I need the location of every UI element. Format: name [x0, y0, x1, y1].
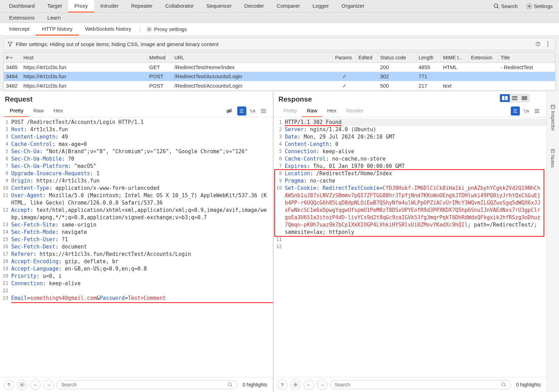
col-params[interactable]: Params [333, 53, 356, 62]
request-search-input[interactable] [61, 382, 227, 387]
svg-point-7 [547, 42, 549, 43]
table-row[interactable]: 3482https://4rt1cl3s.funPOST/RedirectTes… [4, 81, 555, 90]
view-tab-raw[interactable]: Raw [302, 105, 322, 117]
back-button[interactable]: ← [304, 379, 314, 390]
col-length[interactable]: Length [416, 53, 441, 62]
col-edited[interactable]: Edited [356, 53, 378, 62]
code-line: 3Content-Length: 49 [0, 133, 273, 141]
request-view-tabs: PrettyRawHex \n [0, 105, 273, 117]
main-tab-learn[interactable]: Learn [41, 13, 67, 23]
main-tab-target[interactable]: Target [41, 0, 68, 13]
svg-line-1 [498, 7, 499, 8]
gear-button[interactable] [290, 379, 301, 390]
pretty-toggle-icon[interactable] [237, 106, 246, 116]
settings-button[interactable]: Settings [523, 1, 556, 12]
main-tab-repeater[interactable]: Repeater [125, 0, 159, 13]
code-line: 23Email=something%40gmail.com&Password=T… [0, 295, 273, 303]
request-search-box[interactable] [57, 380, 238, 389]
col-status[interactable]: Status code [378, 53, 416, 62]
response-search-box[interactable] [330, 380, 511, 389]
main-tab-intruder[interactable]: Intruder [94, 0, 125, 13]
more-icon[interactable] [547, 41, 552, 47]
code-line: 13Sec-Fetch-Site: same-origin [0, 221, 273, 229]
request-pane: Request PrettyRawHex \n 1POST /RedirectT… [0, 92, 274, 392]
col-url[interactable]: URL [172, 53, 333, 62]
help-button[interactable]: ? [277, 379, 288, 390]
view-tab-render[interactable]: Render [341, 105, 368, 117]
main-tab-collaborator[interactable]: Collaborator [159, 0, 200, 13]
response-view-tabs: PrettyRawHexRender \n [274, 105, 546, 117]
code-line: 17Referer: https://4rt1cl3s.fun/Redirect… [0, 251, 273, 258]
hide-icon[interactable] [225, 106, 234, 116]
request-code[interactable]: 1POST /RedirectTest/Accounts/Login HTTP/… [0, 117, 273, 377]
hamburger-icon[interactable] [532, 106, 542, 116]
code-line: 2Server: nginx/1.24.0 (Ubuntu) [274, 126, 546, 133]
gear-icon [146, 27, 152, 32]
col-title[interactable]: Title [499, 53, 555, 62]
layout-side-by-side[interactable] [500, 94, 510, 102]
newline-label[interactable]: \n [250, 108, 255, 113]
code-line: 21Connection: keep-alive [0, 280, 273, 287]
notes-tab[interactable]: Notes [550, 149, 556, 168]
col-number[interactable]: # [4, 53, 21, 62]
back-button[interactable]: ← [30, 379, 41, 390]
col-method[interactable]: Method [147, 53, 172, 62]
search-button[interactable]: Search [490, 1, 521, 12]
view-tab-hex[interactable]: Hex [322, 105, 341, 117]
secondary-tabs: ExtensionsLearn [0, 13, 559, 23]
inspector-tab[interactable]: Inspector [550, 104, 556, 131]
layout-stacked[interactable] [510, 94, 520, 102]
code-line: 16Sec-Fetch-Dest: document [0, 243, 273, 251]
svg-rect-21 [502, 96, 504, 100]
svg-line-34 [504, 385, 506, 386]
filter-icon [7, 41, 16, 47]
view-tab-hex[interactable]: Hex [49, 105, 68, 117]
sub-tab-websockets-history[interactable]: WebSockets history [79, 23, 138, 36]
view-tab-pretty[interactable]: Pretty [5, 105, 28, 117]
code-line: 4Content-Length: 0 [274, 141, 546, 148]
main-tab-comparer[interactable]: Comparer [270, 0, 306, 13]
layout-combined[interactable] [520, 94, 529, 102]
filter-bar[interactable]: Filter settings: Hiding out of scope ite… [3, 38, 556, 50]
table-header: # Host Method URL Params Edited Status c… [4, 53, 555, 63]
svg-rect-24 [512, 98, 517, 100]
svg-point-8 [547, 44, 549, 45]
col-host[interactable]: Host [21, 53, 147, 62]
main-tab-sequencer[interactable]: Sequencer [200, 0, 238, 13]
request-status-bar: ? ← → 0 highlights [0, 377, 273, 392]
view-tab-raw[interactable]: Raw [28, 105, 49, 117]
main-tab-decoder[interactable]: Decoder [238, 0, 270, 13]
hamburger-icon[interactable] [259, 106, 268, 116]
code-line: 4Cache-Control: max-age=0 [0, 141, 273, 148]
code-line: 8Upgrade-Insecure-Requests: 1 [0, 170, 273, 177]
sub-tab-http-history[interactable]: HTTP history [36, 23, 79, 36]
svg-point-9 [547, 46, 549, 47]
pretty-toggle-icon[interactable] [511, 106, 520, 116]
inspector-icon [551, 104, 556, 109]
main-tab-proxy[interactable]: Proxy [68, 0, 94, 13]
response-status-bar: ? ← → 0 highlights [274, 377, 546, 392]
code-line: 1HTTP/1.1 302 Found [274, 119, 546, 126]
main-tab-organizer[interactable]: Organizer [335, 0, 371, 13]
table-row[interactable]: 3484https://4rt1cl3s.funPOST/RedirectTes… [4, 72, 555, 81]
help-button[interactable]: ? [3, 379, 14, 390]
table-row[interactable]: 3485https://4rt1cl3s.funGET/RedirectTest… [4, 63, 555, 72]
help-icon[interactable] [536, 40, 543, 48]
main-tab-dashboard[interactable]: Dashboard [3, 0, 41, 13]
main-tab-logger[interactable]: Logger [306, 0, 335, 13]
col-extension[interactable]: Extension [469, 53, 499, 62]
svg-point-18 [21, 384, 23, 385]
response-code[interactable]: 1HTTP/1.1 302 Found2Server: nginx/1.24.0… [274, 117, 546, 377]
forward-button[interactable]: → [317, 379, 327, 390]
forward-button[interactable]: → [43, 379, 54, 390]
proxy-settings-button[interactable]: Proxy settings [142, 24, 191, 34]
view-tab-pretty[interactable]: Pretty [278, 105, 302, 117]
search-icon [501, 382, 507, 387]
code-line: 9Origin: https://4rt1cl3s.fun [0, 177, 273, 185]
gear-button[interactable] [17, 379, 27, 390]
newline-label[interactable]: \n [523, 108, 529, 113]
col-mime[interactable]: MIME t... [441, 53, 469, 62]
response-search-input[interactable] [335, 382, 501, 387]
main-tab-extensions[interactable]: Extensions [3, 13, 41, 23]
sub-tab-intercept[interactable]: Intercept [3, 23, 36, 36]
